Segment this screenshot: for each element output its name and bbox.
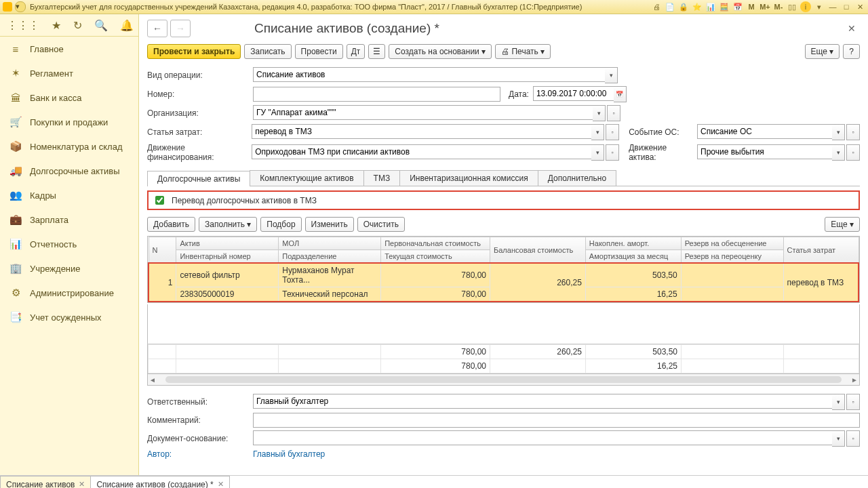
memory-m[interactable]: M [746,1,757,12]
search-icon[interactable]: 🔍 [94,19,108,32]
window-tab[interactable]: Списание активов✕ [0,476,91,488]
table-row[interactable]: 1 сетевой фильтр Нурмаханов Мурат Тохта.… [149,263,859,302]
create-based-button[interactable]: Создать на основании ▾ [389,44,492,59]
event-input[interactable] [697,124,832,139]
sidebar-item[interactable]: 🏢Учреждение [0,256,138,281]
org-input[interactable] [253,105,593,120]
author-value[interactable]: Главный бухгалтер [253,449,325,459]
print-button[interactable]: 🖨 Печать ▾ [495,44,551,59]
op-input[interactable] [253,67,605,82]
calendar-icon[interactable]: 📅 [732,1,743,12]
comment-input[interactable] [253,413,860,428]
forward-button[interactable]: → [170,20,191,37]
tab[interactable]: Комплектующие активов [250,170,363,186]
date-input[interactable] [533,86,614,101]
dropdown-icon[interactable]: ▾ [591,124,604,140]
post-button[interactable]: Провести [295,44,343,59]
assets-grid[interactable]: N Актив МОЛ Первоначальная стоимость Бал… [147,236,860,303]
fin-input[interactable] [252,144,591,159]
open-icon[interactable]: ▫ [846,394,860,410]
structure-icon[interactable]: ☰ [368,44,385,59]
minimize-icon[interactable]: — [827,1,838,12]
post-and-close-button[interactable]: Провести и закрыть [147,44,241,59]
nav-icon: 📑 [9,311,22,323]
toolbar-icon[interactable]: 📊 [705,1,716,12]
dropdown-icon[interactable]: ▾ [832,394,845,410]
grid-more-button[interactable]: Еще ▾ [825,217,860,232]
nav-label: Номенклатура и склад [30,142,122,152]
sidebar-item[interactable]: 🚚Долгосрочные активы [0,159,138,183]
info-icon[interactable]: i [800,1,811,12]
sidebar-item[interactable]: ⚙Администрирование [0,281,138,305]
tab[interactable]: Инвентаризационная комиссия [399,170,538,186]
calendar-icon[interactable]: 📅 [614,86,627,102]
back-button[interactable]: ← [147,20,167,37]
base-label: Документ-основание: [147,434,249,443]
write-button[interactable]: Записать [244,44,291,59]
dropdown-icon[interactable]: ▾ [832,124,845,140]
fill-button[interactable]: Заполнить ▾ [199,217,257,232]
toolbar-icon[interactable]: 🖨 [651,1,662,12]
history-icon[interactable]: ↻ [73,19,82,32]
maximize-icon[interactable]: □ [841,1,852,12]
edit-button[interactable]: Изменить [305,217,354,232]
more-button[interactable]: Еще ▾ [805,44,840,59]
sidebar-item[interactable]: 📦Номенклатура и склад [0,134,138,159]
window-tab[interactable]: Списание активов (создание) *✕ [90,476,229,488]
open-icon[interactable]: ▫ [846,430,860,447]
close-tab-icon[interactable]: ✕ [79,480,85,488]
sidebar-item[interactable]: 👥Кадры [0,183,138,207]
num-input[interactable] [253,87,500,102]
close-tab-icon[interactable]: ✕ [218,480,224,488]
app-menu-dropdown[interactable]: ▾ [15,1,26,12]
author-label[interactable]: Автор: [147,449,249,459]
base-input[interactable] [253,430,832,445]
close-window-icon[interactable]: ✕ [854,1,865,12]
dropdown-icon[interactable]: ▾ [605,67,618,83]
toolbar-icon[interactable]: ⭐ [692,1,703,12]
horizontal-scrollbar[interactable]: ◄► [147,374,860,386]
toolbar-icon[interactable]: 📄 [665,1,675,12]
sidebar-item[interactable]: 🏛Банк и касса [0,85,138,110]
dropdown-icon[interactable]: ▾ [832,144,845,161]
open-icon[interactable]: ▫ [846,144,860,161]
dropdown-icon[interactable]: ▾ [832,430,845,447]
apps-icon[interactable]: ⋮⋮⋮ [7,19,39,32]
resp-input[interactable] [253,394,832,409]
close-page-icon[interactable]: ✕ [844,22,860,35]
tab[interactable]: Долгосрочные активы [147,171,250,186]
sidebar-item[interactable]: 📊Отчетность [0,232,138,256]
add-button[interactable]: Добавить [147,217,195,232]
tab[interactable]: Дополнительно [538,170,616,186]
num-label: Номер: [147,89,249,99]
pick-button[interactable]: Подбор [260,217,301,232]
sidebar-item[interactable]: ✶Регламент [0,61,138,85]
panels-icon[interactable]: ▯▯ [787,1,797,12]
dropdown-icon[interactable]: ▾ [593,105,606,121]
sidebar-item[interactable]: ≡Главное [0,37,138,61]
memory-mplus[interactable]: M+ [760,1,770,12]
mov-input[interactable] [697,144,832,159]
open-icon[interactable]: ▫ [606,144,619,161]
memory-mminus[interactable]: M- [773,1,784,12]
col-n: N [149,237,176,264]
toolbar-icon[interactable]: 🔒 [678,1,689,12]
sidebar-item[interactable]: 💼Зарплата [0,207,138,232]
cost-input[interactable] [252,124,591,139]
transfer-checkbox[interactable] [155,196,164,205]
open-icon[interactable]: ▫ [606,124,619,140]
bell-icon[interactable]: 🔔 [120,19,134,32]
dt-kt-icon[interactable]: Дт [347,44,366,59]
clear-button[interactable]: Очистить [357,217,405,232]
sidebar-item[interactable]: 📑Учет осужденных [0,305,138,329]
dropdown-icon[interactable]: ▾ [814,1,825,12]
dropdown-icon[interactable]: ▾ [591,144,604,161]
col-asset: Актив [176,237,279,250]
star-icon[interactable]: ★ [52,19,61,32]
open-icon[interactable]: ▫ [846,124,860,140]
help-button[interactable]: ? [843,44,860,59]
open-icon[interactable]: ▫ [607,105,620,121]
toolbar-icon[interactable]: 🧮 [719,1,730,12]
tab[interactable]: ТМЗ [363,170,401,186]
sidebar-item[interactable]: 🛒Покупки и продажи [0,110,138,134]
